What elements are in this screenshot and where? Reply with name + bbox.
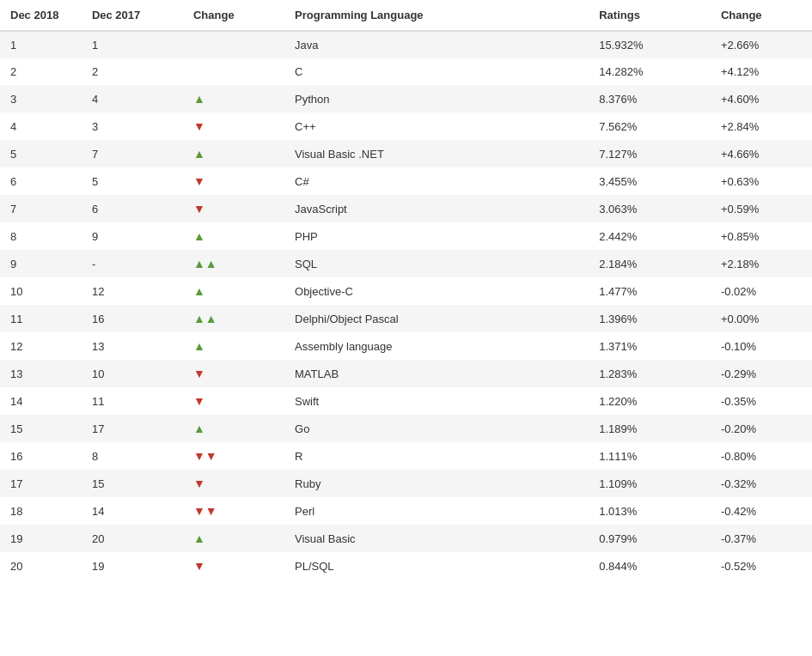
- cell-language: C#: [284, 167, 589, 195]
- cell-dec2017: 13: [82, 332, 183, 360]
- cell-dec2018: 2: [0, 58, 82, 85]
- cell-change: -0.42%: [711, 497, 812, 525]
- table-row: 1715▼Ruby1.109%-0.32%: [0, 470, 812, 497]
- down-arrow-icon: ▼: [193, 394, 205, 408]
- cell-language: SQL: [284, 250, 589, 277]
- cell-language: C: [284, 58, 589, 85]
- cell-ratings: 3.063%: [589, 195, 711, 222]
- cell-ratings: 1.283%: [589, 360, 711, 387]
- cell-ratings: 1.220%: [589, 387, 711, 415]
- cell-arrow: ▼: [183, 167, 284, 195]
- cell-change: +2.66%: [711, 31, 812, 58]
- table-row: 22C14.282%+4.12%: [0, 58, 812, 85]
- cell-ratings: 1.371%: [589, 332, 711, 360]
- cell-language: Visual Basic .NET: [284, 140, 589, 167]
- cell-dec2017: 19: [82, 552, 183, 580]
- rankings-table: Dec 2018 Dec 2017 Change Programming Lan…: [0, 0, 812, 580]
- double-down-arrow-icon: ▼▼: [193, 449, 217, 463]
- cell-dec2017: 10: [82, 360, 183, 387]
- cell-arrow: ▲: [183, 525, 284, 552]
- double-up-arrow-icon: ▲▲: [193, 257, 217, 270]
- cell-language: PL/SQL: [284, 552, 589, 580]
- cell-dec2018: 8: [0, 222, 82, 250]
- cell-arrow: ▼▼: [183, 497, 284, 525]
- cell-change: +2.84%: [711, 112, 812, 140]
- cell-dec2018: 7: [0, 195, 82, 222]
- up-arrow-icon: ▲: [193, 531, 205, 545]
- cell-language: R: [284, 442, 589, 470]
- cell-ratings: 1.109%: [589, 470, 711, 497]
- cell-dec2017: 15: [82, 470, 183, 497]
- cell-dec2018: 20: [0, 552, 82, 580]
- cell-dec2018: 3: [0, 85, 82, 112]
- cell-dec2018: 1: [0, 31, 82, 58]
- table-row: 1814▼▼Perl1.013%-0.42%: [0, 497, 812, 525]
- cell-arrow: ▼: [183, 195, 284, 222]
- cell-change: +0.63%: [711, 167, 812, 195]
- cell-change: -0.10%: [711, 332, 812, 360]
- cell-dec2017: 17: [82, 415, 183, 442]
- cell-arrow: [183, 58, 284, 85]
- cell-language: Assembly language: [284, 332, 589, 360]
- cell-ratings: 0.844%: [589, 552, 711, 580]
- cell-ratings: 2.184%: [589, 250, 711, 277]
- cell-arrow: ▲: [183, 415, 284, 442]
- cell-arrow: ▲: [183, 85, 284, 112]
- cell-language: PHP: [284, 222, 589, 250]
- cell-dec2017: 2: [82, 58, 183, 85]
- cell-dec2018: 15: [0, 415, 82, 442]
- cell-ratings: 8.376%: [589, 85, 711, 112]
- header-change2: Change: [711, 0, 812, 31]
- cell-dec2017: 8: [82, 442, 183, 470]
- cell-dec2017: 4: [82, 85, 183, 112]
- cell-dec2018: 6: [0, 167, 82, 195]
- table-row: 65▼C#3.455%+0.63%: [0, 167, 812, 195]
- cell-arrow: ▼: [183, 470, 284, 497]
- cell-change: -0.02%: [711, 277, 812, 305]
- table-row: 11Java15.932%+2.66%: [0, 31, 812, 58]
- cell-dec2017: -: [82, 250, 183, 277]
- cell-language: Perl: [284, 497, 589, 525]
- cell-arrow: ▲▲: [183, 250, 284, 277]
- cell-change: -0.52%: [711, 552, 812, 580]
- up-arrow-icon: ▲: [193, 147, 205, 161]
- cell-ratings: 7.562%: [589, 112, 711, 140]
- cell-dec2018: 5: [0, 140, 82, 167]
- cell-dec2017: 9: [82, 222, 183, 250]
- cell-language: JavaScript: [284, 195, 589, 222]
- cell-ratings: 1.396%: [589, 305, 711, 332]
- cell-language: Swift: [284, 387, 589, 415]
- cell-language: Go: [284, 415, 589, 442]
- table-row: 9-▲▲SQL2.184%+2.18%: [0, 250, 812, 277]
- down-arrow-icon: ▼: [193, 119, 205, 133]
- cell-change: -0.20%: [711, 415, 812, 442]
- table-row: 1116▲▲Delphi/Object Pascal1.396%+0.00%: [0, 305, 812, 332]
- cell-dec2018: 17: [0, 470, 82, 497]
- cell-language: Delphi/Object Pascal: [284, 305, 589, 332]
- table-row: 168▼▼R1.111%-0.80%: [0, 442, 812, 470]
- cell-dec2017: 11: [82, 387, 183, 415]
- cell-dec2018: 19: [0, 525, 82, 552]
- cell-language: Visual Basic: [284, 525, 589, 552]
- table-header-row: Dec 2018 Dec 2017 Change Programming Lan…: [0, 0, 812, 31]
- cell-dec2017: 1: [82, 31, 183, 58]
- table-row: 1310▼MATLAB1.283%-0.29%: [0, 360, 812, 387]
- cell-arrow: ▲: [183, 277, 284, 305]
- cell-dec2018: 12: [0, 332, 82, 360]
- cell-language: MATLAB: [284, 360, 589, 387]
- cell-ratings: 1.111%: [589, 442, 711, 470]
- table-row: 1411▼Swift1.220%-0.35%: [0, 387, 812, 415]
- cell-dec2017: 5: [82, 167, 183, 195]
- cell-ratings: 15.932%: [589, 31, 711, 58]
- table-row: 2019▼PL/SQL0.844%-0.52%: [0, 552, 812, 580]
- header-ratings: Ratings: [589, 0, 711, 31]
- cell-dec2018: 14: [0, 387, 82, 415]
- table-row: 1012▲Objective-C1.477%-0.02%: [0, 277, 812, 305]
- up-arrow-icon: ▲: [193, 229, 205, 243]
- cell-dec2017: 20: [82, 525, 183, 552]
- table-row: 1517▲Go1.189%-0.20%: [0, 415, 812, 442]
- up-arrow-icon: ▲: [193, 422, 205, 435]
- cell-change: -0.32%: [711, 470, 812, 497]
- table-row: 1920▲Visual Basic0.979%-0.37%: [0, 525, 812, 552]
- double-down-arrow-icon: ▼▼: [193, 504, 217, 518]
